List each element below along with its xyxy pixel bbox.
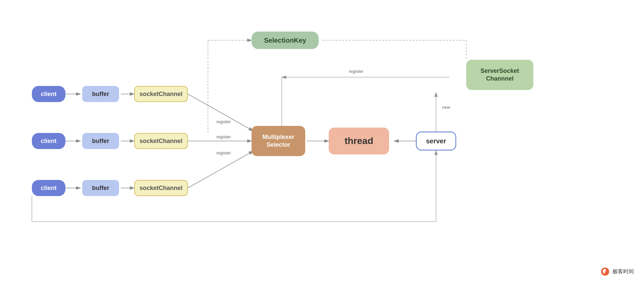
buffer2-node: buffer: [82, 133, 119, 149]
client2-node: client: [32, 133, 65, 149]
buffer1-node: buffer: [82, 86, 119, 102]
watermark: 极客时间: [600, 267, 634, 276]
selectionkey-node: SelectionKey: [252, 32, 319, 49]
diagram: SelectionKey client buffer socketChannel…: [0, 0, 644, 283]
svg-line-11: [188, 151, 253, 188]
serversocket-node: ServerSocket Channnel: [466, 60, 533, 90]
buffer3-node: buffer: [82, 180, 119, 196]
thread-node: thread: [329, 128, 389, 154]
register3-label: register: [216, 150, 231, 155]
register1-label: register: [216, 119, 231, 124]
svg-line-9: [188, 94, 253, 131]
socket1-node: socketChannel: [134, 86, 188, 102]
socket3-node: socketChannel: [134, 180, 188, 196]
socket2-node: socketChannel: [134, 133, 188, 149]
multiplexer-node: Multiplexer Selector: [252, 126, 305, 156]
server-node: server: [416, 132, 456, 150]
new-label: new: [442, 105, 450, 110]
client1-node: client: [32, 86, 65, 102]
svg-point-23: [604, 271, 606, 273]
register2-label: register: [216, 134, 231, 139]
client3-node: client: [32, 180, 65, 196]
register4-label: register: [349, 69, 363, 74]
